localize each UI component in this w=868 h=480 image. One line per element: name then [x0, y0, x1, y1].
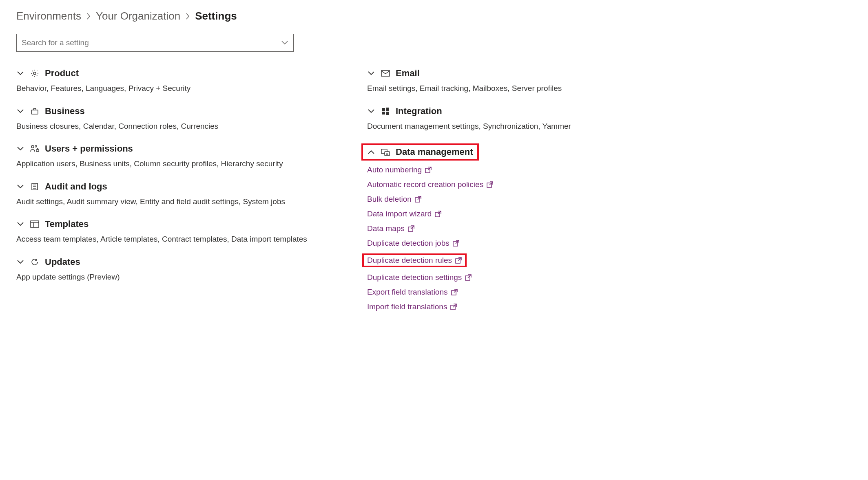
section-desc: App update settings (Preview) [16, 271, 334, 283]
refresh-icon [30, 258, 39, 266]
section-users: Users + permissions Application users, B… [16, 143, 334, 170]
section-updates: Updates App update settings (Preview) [16, 257, 334, 283]
chevron-down-icon [16, 107, 24, 115]
external-link-icon [453, 240, 459, 247]
svg-rect-12 [381, 70, 390, 76]
link-label: Auto numbering [367, 165, 422, 174]
section-desc: Access team templates, Article templates… [16, 233, 334, 245]
section-title: Templates [45, 219, 89, 229]
external-link-icon [450, 304, 457, 310]
link-label: Bulk deletion [367, 195, 412, 204]
chevron-down-icon [16, 69, 24, 77]
section-product: Product Behavior, Features, Languages, P… [16, 68, 334, 95]
settings-column-left: Product Behavior, Features, Languages, P… [16, 68, 334, 323]
section-header-audit[interactable]: Audit and logs [16, 181, 334, 192]
link-data-maps[interactable]: Data maps [367, 224, 414, 233]
section-business: Business Business closures, Calendar, Co… [16, 106, 334, 132]
section-header-templates[interactable]: Templates [16, 219, 334, 229]
section-data-management: Data management Auto numbering Automatic… [367, 143, 685, 311]
link-dup-detection-jobs[interactable]: Duplicate detection jobs [367, 239, 459, 248]
external-link-icon [408, 225, 414, 232]
section-templates: Templates Access team templates, Article… [16, 219, 334, 245]
section-title: Integration [396, 106, 442, 117]
external-link-icon [451, 289, 458, 295]
chevron-down-icon [16, 258, 24, 266]
link-label: Data maps [367, 224, 405, 233]
section-desc: Business closures, Calendar, Connection … [16, 121, 334, 132]
section-title: Product [45, 68, 79, 79]
external-link-icon [487, 181, 493, 188]
chevron-down-icon [16, 183, 24, 191]
search-setting-combobox[interactable] [16, 34, 294, 52]
link-bulk-deletion[interactable]: Bulk deletion [367, 195, 421, 204]
chevron-down-icon [367, 107, 375, 115]
chevron-down-icon [367, 69, 375, 77]
link-label: Export field translations [367, 288, 448, 297]
template-icon [30, 220, 39, 229]
section-desc: Email settings, Email tracking, Mailboxe… [367, 83, 685, 95]
section-header-data-management[interactable]: Data management [361, 143, 479, 161]
breadcrumb-settings: Settings [195, 10, 237, 22]
section-header-product[interactable]: Product [16, 68, 334, 79]
chevron-down-icon [16, 145, 24, 153]
section-title: Users + permissions [45, 143, 133, 154]
mail-icon [381, 69, 390, 78]
chevron-down-icon [16, 220, 24, 228]
external-link-icon [435, 211, 441, 217]
section-title: Business [45, 106, 85, 117]
link-label: Duplicate detection rules [367, 256, 452, 265]
external-link-icon [415, 196, 421, 203]
link-dup-detection-settings[interactable]: Duplicate detection settings [367, 273, 472, 282]
search-input[interactable] [16, 34, 294, 52]
section-header-users[interactable]: Users + permissions [16, 143, 334, 154]
windows-icon [381, 107, 390, 116]
link-export-field-translations[interactable]: Export field translations [367, 288, 458, 297]
external-link-icon [425, 167, 432, 173]
list-icon [30, 182, 39, 191]
chevron-right-icon [185, 13, 190, 20]
link-data-import-wizard[interactable]: Data import wizard [367, 209, 441, 218]
link-dup-detection-rules[interactable]: Duplicate detection rules [367, 256, 462, 265]
link-label: Automatic record creation policies [367, 180, 483, 189]
section-integration: Integration Document management settings… [367, 106, 685, 132]
section-desc: Application users, Business units, Colum… [16, 158, 334, 170]
svg-rect-1 [31, 110, 38, 114]
section-header-email[interactable]: Email [367, 68, 685, 79]
link-auto-numbering[interactable]: Auto numbering [367, 165, 432, 174]
svg-point-0 [33, 72, 36, 75]
section-title: Data management [396, 147, 473, 157]
breadcrumb: Environments Your Organization Settings [16, 10, 852, 22]
people-lock-icon [30, 144, 39, 153]
section-desc: Audit settings, Audit summary view, Enti… [16, 196, 334, 208]
svg-rect-15 [382, 112, 385, 114]
link-label: Duplicate detection settings [367, 273, 462, 282]
external-link-icon [465, 274, 472, 281]
section-header-business[interactable]: Business [16, 106, 334, 117]
section-audit: Audit and logs Audit settings, Audit sum… [16, 181, 334, 208]
section-header-updates[interactable]: Updates [16, 257, 334, 267]
svg-point-3 [35, 145, 37, 147]
link-label: Data import wizard [367, 209, 432, 218]
breadcrumb-org[interactable]: Your Organization [96, 10, 180, 22]
svg-rect-14 [386, 108, 389, 111]
settings-column-right: Email Email settings, Email tracking, Ma… [367, 68, 685, 323]
external-link-icon [455, 257, 462, 264]
link-auto-record-creation[interactable]: Automatic record creation policies [367, 180, 493, 189]
section-title: Audit and logs [45, 181, 107, 192]
section-title: Email [396, 68, 420, 79]
link-import-field-translations[interactable]: Import field translations [367, 302, 457, 311]
database-folder-icon [381, 148, 390, 156]
section-desc: Document management settings, Synchroniz… [367, 121, 685, 132]
gear-icon [30, 69, 39, 78]
section-desc: Behavior, Features, Languages, Privacy +… [16, 83, 334, 95]
highlight-dup-rules: Duplicate detection rules [362, 253, 467, 267]
svg-rect-9 [31, 221, 39, 227]
chevron-right-icon [86, 13, 91, 20]
data-management-links: Auto numbering Automatic record creation… [367, 165, 685, 311]
svg-point-2 [31, 145, 34, 148]
chevron-up-icon [367, 148, 375, 156]
breadcrumb-environments[interactable]: Environments [16, 10, 81, 22]
section-header-integration[interactable]: Integration [367, 106, 685, 117]
svg-rect-16 [386, 112, 389, 115]
section-email: Email Email settings, Email tracking, Ma… [367, 68, 685, 95]
